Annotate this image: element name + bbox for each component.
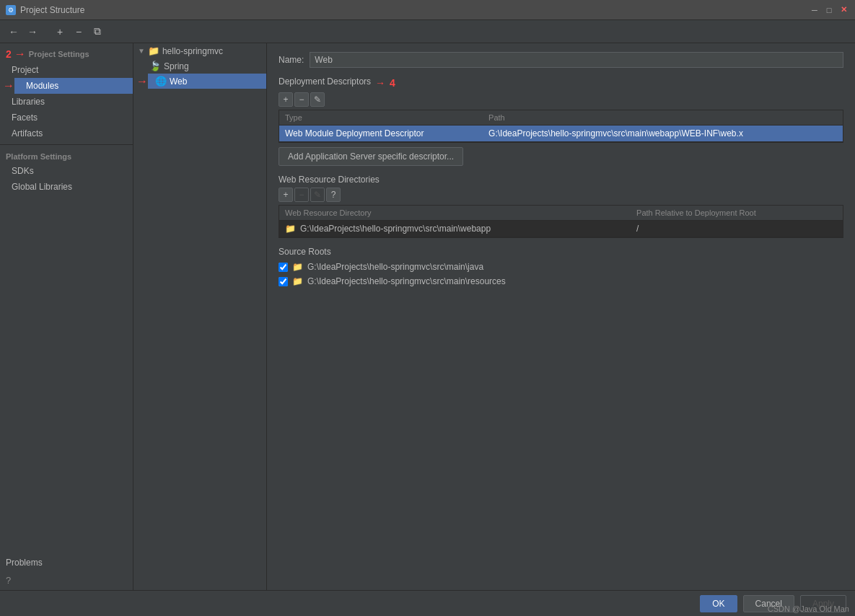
web-resource-row[interactable]: 📁 G:\IdeaProjects\hello-springmvc\src\ma… (279, 221, 843, 237)
deployment-title: Deployment Descriptors (279, 76, 371, 87)
annotation-4: 4 (390, 77, 395, 89)
add-module-button[interactable]: + (52, 24, 68, 40)
sidebar-item-sdks[interactable]: SDKs (0, 163, 133, 179)
platform-settings-label: Platform Settings (0, 148, 133, 163)
right-panel: Name: Deployment Descriptors → 4 + − ✎ (267, 43, 855, 590)
source-root-java-path: G:\IdeaProjects\hello-springmvc\src\main… (307, 262, 483, 272)
bottom-bar: OK Cancel Apply (0, 590, 855, 616)
window-title: Project Structure (20, 5, 84, 15)
web-resource-dir-cell: 📁 G:\IdeaProjects\hello-springmvc\src\ma… (279, 221, 631, 237)
source-root-resources: 📁 G:\IdeaProjects\hello-springmvc\src\ma… (279, 274, 843, 289)
maximize-button[interactable]: □ (823, 4, 835, 16)
sidebar-item-problems[interactable]: Problems (0, 553, 133, 571)
tree-web-label: Web (170, 76, 187, 87)
web-resource-section: Web Resource Directories + − ✎ ? Web Res… (279, 175, 843, 238)
copy-module-button[interactable]: ⧉ (89, 24, 105, 40)
deployment-path-cell: G:\IdeaProjects\hello-springmvc\src\main… (483, 126, 843, 142)
sidebar-item-global-libraries[interactable]: Global Libraries (0, 179, 133, 195)
tree-web[interactable]: 🌐 Web (148, 74, 266, 89)
watermark: CSDN @Java Old Man (768, 604, 849, 613)
window-controls: ─ □ ✕ (809, 4, 849, 16)
web-resource-title: Web Resource Directories (279, 175, 843, 185)
tree-spring[interactable]: 🍃 Spring (133, 58, 266, 74)
source-roots-title: Source Roots (279, 247, 843, 257)
deployment-toolbar: + − ✎ (279, 92, 843, 107)
web-resource-toolbar: + − ✎ ? (279, 188, 843, 202)
main-container: ← → + − ⧉ 2 → Project Settings Project →… (0, 20, 855, 616)
deployment-section: Deployment Descriptors → 4 + − ✎ Type Pa… (279, 76, 843, 166)
deployment-remove-btn[interactable]: − (294, 92, 309, 107)
minimize-button[interactable]: ─ (809, 4, 820, 16)
web-resource-path-cell: / (631, 221, 843, 237)
web-resource-remove-btn[interactable]: − (294, 188, 309, 202)
sidebar-item-artifacts[interactable]: Artifacts (0, 126, 133, 141)
sidebar-item-project[interactable]: Project (0, 62, 133, 78)
forward-button[interactable]: → (25, 24, 40, 40)
name-label: Name: (279, 55, 304, 65)
arrow-annotation-4: → (375, 77, 385, 89)
source-root-resources-icon: 📁 (292, 276, 303, 286)
arrow-annotation-3: → (133, 75, 148, 88)
source-roots-section: Source Roots 📁 G:\IdeaProjects\hello-spr… (279, 247, 843, 289)
title-bar-left: ⚙ Project Structure (6, 5, 84, 15)
spring-icon: 🍃 (149, 61, 161, 71)
arrow-annotation-2: → (14, 48, 26, 61)
sidebar-item-libraries[interactable]: Libraries (0, 94, 133, 110)
source-root-java-checkbox[interactable] (279, 263, 288, 272)
sidebar-item-facets[interactable]: Facets (0, 110, 133, 126)
toolbar: ← → + − ⧉ (0, 20, 855, 43)
source-root-java-icon: 📁 (292, 262, 303, 272)
tree-arrow: ▼ (138, 47, 145, 55)
deployment-col-path: Path (483, 110, 843, 126)
web-resource-folder-icon: 📁 (285, 224, 296, 234)
name-input[interactable] (310, 52, 843, 68)
web-resource-col-path: Path Relative to Deployment Root (631, 206, 843, 221)
tree-root-label: hello-springmvc (162, 46, 223, 56)
deployment-col-type: Type (279, 110, 483, 126)
web-icon: 🌐 (155, 76, 167, 87)
folder-icon: 📁 (148, 45, 159, 56)
add-server-btn[interactable]: Add Application Server specific descript… (279, 147, 463, 166)
annotation-2: 2 (6, 48, 12, 60)
remove-module-button[interactable]: − (71, 24, 87, 40)
arrow-annotation-1: → (0, 79, 14, 92)
tree-root[interactable]: ▼ 📁 hello-springmvc (133, 43, 266, 58)
deployment-row[interactable]: Web Module Deployment Descriptor G:\Idea… (279, 126, 843, 142)
content-area: 2 → Project Settings Project → Modules L… (0, 43, 855, 590)
help-button[interactable]: ? (0, 571, 133, 590)
source-root-resources-path: G:\IdeaProjects\hello-springmvc\src\main… (307, 276, 506, 286)
sidebar: 2 → Project Settings Project → Modules L… (0, 43, 133, 590)
web-resource-add-btn[interactable]: + (279, 188, 293, 202)
name-row: Name: (279, 52, 843, 68)
tree-spring-label: Spring (164, 61, 189, 71)
web-resource-col-dir: Web Resource Directory (279, 206, 631, 221)
sidebar-item-modules[interactable]: Modules (14, 78, 133, 94)
deployment-table: Type Path Web Module Deployment Descript… (279, 110, 843, 143)
deployment-edit-btn[interactable]: ✎ (310, 92, 325, 107)
title-bar: ⚙ Project Structure ─ □ ✕ (0, 0, 855, 20)
deployment-type-cell: Web Module Deployment Descriptor (279, 126, 483, 142)
ok-button[interactable]: OK (700, 595, 737, 612)
source-root-java: 📁 G:\IdeaProjects\hello-springmvc\src\ma… (279, 260, 843, 274)
tree-panel: ▼ 📁 hello-springmvc 🍃 Spring → 🌐 Web (133, 43, 267, 590)
web-resource-table: Web Resource Directory Path Relative to … (279, 205, 843, 238)
close-button[interactable]: ✕ (838, 4, 849, 16)
deployment-add-btn[interactable]: + (279, 92, 293, 107)
back-button[interactable]: ← (6, 24, 22, 40)
web-resource-edit-btn[interactable]: ✎ (310, 188, 325, 202)
source-root-resources-checkbox[interactable] (279, 277, 288, 286)
web-resource-help-btn[interactable]: ? (326, 188, 341, 202)
project-settings-label: Project Settings (29, 50, 89, 58)
app-icon: ⚙ (6, 5, 16, 15)
